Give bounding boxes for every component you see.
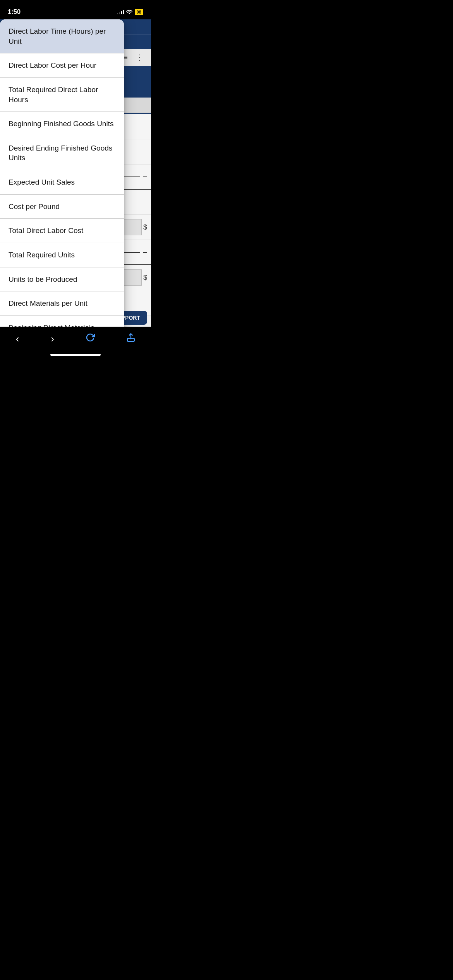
dropdown-menu[interactable]: Direct Labor Time (Hours) per UnitDirect…: [0, 19, 124, 327]
signal-icon: [117, 10, 124, 14]
reload-button[interactable]: [79, 330, 101, 348]
dropdown-item-total-required-units[interactable]: Total Required Units: [0, 243, 124, 267]
dropdown-item-total-direct-labor-cost[interactable]: Total Direct Labor Cost: [0, 219, 124, 243]
dropdown-item-total-required-direct-labor-hours[interactable]: Total Required Direct Labor Hours: [0, 78, 124, 112]
list-icon[interactable]: ≡: [123, 53, 128, 62]
nav-bar: ‹ ›: [0, 327, 151, 359]
dropdown-item-beginning-finished-goods-units[interactable]: Beginning Finished Goods Units: [0, 112, 124, 136]
status-time: 1:50: [8, 8, 21, 16]
battery-indicator: 98: [135, 9, 143, 15]
status-bar: 1:50 98: [0, 0, 151, 19]
dropdown-item-units-to-be-produced[interactable]: Units to be Produced: [0, 267, 124, 292]
dropdown-item-beginning-direct-materials[interactable]: Beginning Direct Materials (Pounds): [0, 316, 124, 327]
home-indicator: [50, 354, 101, 356]
back-button[interactable]: ‹: [10, 330, 26, 348]
status-icons: 98: [117, 9, 143, 15]
dropdown-item-direct-materials-per-unit[interactable]: Direct Materials per Unit: [0, 291, 124, 316]
dropdown-item-desired-ending-finished-goods-units[interactable]: Desired Ending Finished Goods Units: [0, 136, 124, 170]
dropdown-item-direct-labor-cost-per-hour[interactable]: Direct Labor Cost per Hour: [0, 53, 124, 78]
wifi-icon: [126, 9, 132, 15]
dropdown-item-direct-labor-time[interactable]: Direct Labor Time (Hours) per Unit: [0, 19, 124, 53]
forward-button[interactable]: ›: [45, 330, 60, 348]
dropdown-item-expected-unit-sales[interactable]: Expected Unit Sales: [0, 170, 124, 195]
content-wrapper: uil... mpany Master ≡ ⋮ BER FA Direc Qua…: [0, 19, 151, 327]
dropdown-item-cost-per-pound[interactable]: Cost per Pound: [0, 195, 124, 219]
share-button[interactable]: [120, 330, 141, 348]
more-icon[interactable]: ⋮: [136, 53, 143, 62]
